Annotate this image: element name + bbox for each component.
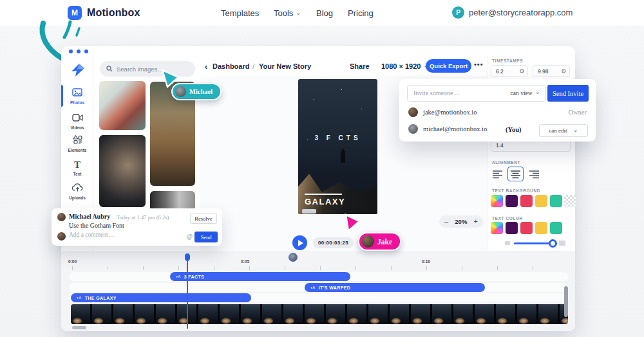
nav-link-blog[interactable]: Blog xyxy=(316,8,333,18)
sidebar-item-uploads[interactable]: Uploads xyxy=(61,183,93,200)
video-preview[interactable]: 3 F CTS GALAXY xyxy=(298,79,377,214)
account-menu[interactable]: P peter@storycreatorapp.com xyxy=(452,6,573,19)
sidebar-item-elements[interactable]: Elements xyxy=(61,135,93,152)
preview-text-layer-caption[interactable]: GALAXY xyxy=(305,194,342,206)
page-background: M Motionbox Templates Tools Blog Pricing… xyxy=(0,0,644,337)
timeline-track-the-galaxy[interactable]: ᴛA THE GALAXY xyxy=(71,293,251,302)
send-invite-button[interactable]: Send Invite xyxy=(547,85,589,102)
align-left-icon xyxy=(492,170,503,179)
text-color-swatch[interactable] xyxy=(506,222,518,234)
text-layer-icon: ᴛA xyxy=(176,275,181,278)
text-layer-icon: ᴛA xyxy=(310,286,316,289)
videos-icon xyxy=(72,114,83,122)
preview-ground xyxy=(298,168,377,214)
text-color-swatch[interactable] xyxy=(535,222,547,234)
timestamp-end-input[interactable] xyxy=(533,65,570,77)
line-height-field[interactable] xyxy=(491,142,570,149)
preview-text-layer-title[interactable]: 3 F CTS xyxy=(298,134,377,141)
photos-icon xyxy=(72,88,82,96)
sidebar-item-label: Photos xyxy=(61,100,93,105)
sidebar-item-text[interactable]: T Text xyxy=(61,159,93,176)
app-logo-icon[interactable] xyxy=(71,63,85,77)
cursor-jake-icon xyxy=(344,214,361,233)
avatar xyxy=(362,235,374,248)
text-color-swatch[interactable] xyxy=(550,222,562,234)
top-nav: M Motionbox Templates Tools Blog Pricing… xyxy=(0,0,644,26)
timeline-comment-marker[interactable] xyxy=(289,253,298,262)
sidebar-item-label: Videos xyxy=(61,125,93,130)
photo-thumbnail-magnifier[interactable] xyxy=(99,135,146,207)
nav-link-pricing[interactable]: Pricing xyxy=(348,8,374,18)
elements-icon xyxy=(73,135,82,144)
member-row: jake@motionbox.io xyxy=(408,107,477,117)
canvas-zoom-control: – 20% + xyxy=(439,215,483,228)
breadcrumb-dashboard[interactable]: Dashboard xyxy=(213,62,249,70)
play-button[interactable] xyxy=(292,235,307,250)
align-center-button[interactable] xyxy=(507,167,524,181)
text-background-swatch-rainbow[interactable] xyxy=(491,195,503,207)
avatar xyxy=(408,107,418,117)
user-avatar: P xyxy=(452,6,464,19)
text-background-swatch[interactable] xyxy=(550,195,562,207)
sidebar-item-label: Uploads xyxy=(61,196,93,200)
sidebar-item-photos[interactable]: Photos xyxy=(61,87,93,105)
text-color-swatch[interactable] xyxy=(520,222,533,234)
ruler-label: 0:10 xyxy=(422,259,430,264)
canvas-size-select[interactable]: 1080 × 1920 xyxy=(381,62,429,70)
invite-modal: can view Send Invite jake@motionbox.io O… xyxy=(399,79,596,141)
selection-handle[interactable] xyxy=(302,209,316,214)
mention-button[interactable]: @ xyxy=(187,233,193,240)
avatar xyxy=(175,86,186,97)
brand-name: Motionbox xyxy=(87,7,140,19)
text-background-swatch-transparent[interactable] xyxy=(564,195,576,207)
timestamp-end-field[interactable] xyxy=(533,68,562,75)
text-color-swatch-rainbow[interactable] xyxy=(491,222,503,234)
timeline-zoom-slider-handle[interactable] xyxy=(549,239,557,248)
photo-thumbnail-kitchen[interactable] xyxy=(99,81,146,130)
timestamp-start-input[interactable] xyxy=(491,65,528,77)
sidebar-item-label: Text xyxy=(61,172,93,176)
breadcrumb-separator: / xyxy=(252,62,254,70)
align-left-button[interactable] xyxy=(489,167,506,181)
zoom-out-button[interactable]: – xyxy=(444,218,448,225)
resolve-button[interactable]: Resolve xyxy=(190,213,217,224)
nav-link-templates[interactable]: Templates xyxy=(221,8,259,18)
invite-role-select[interactable]: can view xyxy=(511,89,540,96)
timestamp-start-field[interactable] xyxy=(491,68,520,75)
sidebar-item-label: Elements xyxy=(61,148,93,152)
nav-link-tools[interactable]: Tools xyxy=(274,8,301,18)
vertical-scrollbar[interactable] xyxy=(564,286,568,317)
comment-send-button[interactable]: Send xyxy=(194,232,218,242)
member-row: michael@motionbox.io xyxy=(408,124,487,134)
timeline-track-its-warped[interactable]: ᴛA IT'S WARPED xyxy=(305,283,485,292)
quick-export-button[interactable]: Quick Export xyxy=(426,59,471,73)
video-track-filmstrip[interactable] xyxy=(71,304,568,324)
playhead-handle[interactable] xyxy=(185,253,190,262)
sidebar-item-videos[interactable]: Videos xyxy=(61,113,93,130)
text-background-swatch[interactable] xyxy=(535,195,547,207)
member-role-select[interactable]: can edit xyxy=(539,124,588,137)
horizontal-scrollbar[interactable] xyxy=(72,326,86,329)
invite-email-field[interactable] xyxy=(408,86,491,96)
window-dots xyxy=(69,50,88,53)
comment-input[interactable] xyxy=(69,232,178,238)
align-center-icon xyxy=(510,170,521,179)
timeline-track-3-facts[interactable]: ᴛA 3 FACTS xyxy=(170,272,350,281)
back-button[interactable]: ‹ xyxy=(205,62,207,71)
align-right-button[interactable] xyxy=(526,167,542,181)
comment-timestamp: Today at 1:47 pm (6.2s) xyxy=(117,214,169,221)
share-button[interactable]: Share xyxy=(350,62,370,70)
text-background-swatch[interactable] xyxy=(520,195,533,207)
member-role-owner: Owner xyxy=(568,109,587,116)
ruler-label: 0:05 xyxy=(241,259,249,264)
timestamps-label: TIMESTAMPS xyxy=(492,59,523,63)
text-background-swatch[interactable] xyxy=(506,195,518,207)
timeline-zoom-slider[interactable] xyxy=(514,242,554,244)
text-layer-icon: ᴛA xyxy=(77,296,82,300)
text-color-label: TEXT COLOR xyxy=(492,216,523,221)
more-options-button[interactable]: ••• xyxy=(474,60,484,68)
alignment-label: ALIGNMENT xyxy=(492,160,520,165)
zoom-in-button[interactable]: + xyxy=(474,218,478,225)
search-input[interactable] xyxy=(100,61,195,77)
invite-email-input[interactable]: can view xyxy=(407,85,546,102)
